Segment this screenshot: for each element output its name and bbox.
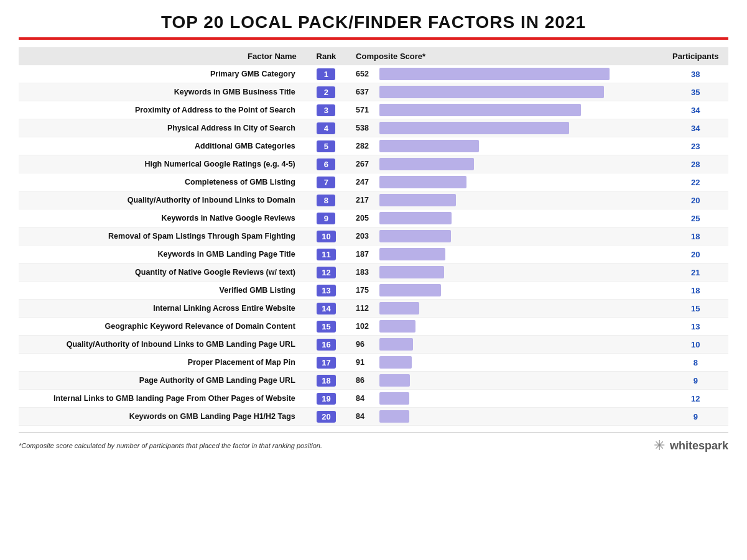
factors-table: Factor Name Rank Composite Score* Partic… xyxy=(19,47,728,426)
score-value: 571 xyxy=(356,106,376,114)
participants-cell: 15 xyxy=(663,300,728,318)
score-value: 183 xyxy=(356,268,376,277)
score-bar xyxy=(379,140,479,152)
rank-cell: 11 xyxy=(302,246,351,264)
score-value: 282 xyxy=(356,142,376,150)
score-value: 86 xyxy=(356,376,376,385)
rank-badge: 12 xyxy=(317,267,335,278)
rank-cell: 7 xyxy=(302,173,351,191)
rank-badge: 18 xyxy=(317,375,335,387)
factor-name: Quantity of Native Google Reviews (w/ te… xyxy=(19,264,302,282)
table-row: Page Authority of GMB Landing Page URL18… xyxy=(19,372,728,390)
score-cell: 247 xyxy=(351,173,662,191)
score-value: 205 xyxy=(356,214,376,223)
score-bar xyxy=(379,230,451,242)
rank-cell: 2 xyxy=(302,83,351,101)
participants-cell: 38 xyxy=(663,65,728,83)
score-cell: 86 xyxy=(351,372,662,390)
table-row: Quality/Authority of Inbound Links to Do… xyxy=(19,191,728,209)
factor-name: Physical Address in City of Search xyxy=(19,119,302,137)
participants-cell: 8 xyxy=(663,354,728,372)
logo-text: whitespark xyxy=(670,439,728,452)
rank-badge: 1 xyxy=(317,68,335,80)
bar-container: 571 xyxy=(356,104,657,116)
score-bar xyxy=(379,338,413,351)
factor-name: Verified GMB Listing xyxy=(19,282,302,300)
score-cell: 84 xyxy=(351,390,662,408)
score-bar xyxy=(379,410,409,423)
bar-container: 84 xyxy=(356,392,657,405)
table-row: Verified GMB Listing1317518 xyxy=(19,282,728,300)
bar-container: 96 xyxy=(356,338,657,351)
rank-badge: 4 xyxy=(317,122,335,134)
rank-cell: 15 xyxy=(302,318,351,336)
score-bar xyxy=(379,392,409,405)
bar-container: 187 xyxy=(356,248,657,260)
participants-cell: 13 xyxy=(663,318,728,336)
score-bar xyxy=(379,86,604,98)
page-container: TOP 20 LOCAL PACK/FINDER FACTORS IN 2021… xyxy=(0,0,747,460)
participants-cell: 28 xyxy=(663,155,728,173)
score-cell: 282 xyxy=(351,137,662,155)
table-row: Keywords in Native Google Reviews920525 xyxy=(19,209,728,227)
score-value: 112 xyxy=(356,304,376,313)
factor-name: Quality/Authority of Inbound Links to Do… xyxy=(19,191,302,209)
score-value: 102 xyxy=(356,322,376,331)
rank-badge: 7 xyxy=(317,177,335,188)
score-bar xyxy=(379,284,441,296)
score-cell: 183 xyxy=(351,264,662,282)
factor-name: Proximity of Address to the Point of Sea… xyxy=(19,101,302,119)
bar-container: 203 xyxy=(356,230,657,242)
rank-badge: 11 xyxy=(317,249,335,260)
table-row: High Numerical Google Ratings (e.g. 4-5)… xyxy=(19,155,728,173)
rank-badge: 8 xyxy=(317,195,335,206)
score-value: 84 xyxy=(356,412,376,421)
score-value: 187 xyxy=(356,250,376,259)
factor-name: Proper Placement of Map Pin xyxy=(19,354,302,372)
rank-cell: 8 xyxy=(302,191,351,209)
score-cell: 538 xyxy=(351,119,662,137)
table-header-row: Factor Name Rank Composite Score* Partic… xyxy=(19,47,728,65)
participants-cell: 9 xyxy=(663,372,728,390)
table-row: Internal Links to GMB landing Page From … xyxy=(19,390,728,408)
bar-container: 205 xyxy=(356,212,657,224)
factor-name: Internal Links to GMB landing Page From … xyxy=(19,390,302,408)
rank-cell: 17 xyxy=(302,354,351,372)
score-cell: 102 xyxy=(351,318,662,336)
table-wrapper: Factor Name Rank Composite Score* Partic… xyxy=(19,47,728,426)
table-row: Removal of Spam Listings Through Spam Fi… xyxy=(19,227,728,246)
score-cell: 96 xyxy=(351,336,662,354)
participants-cell: 35 xyxy=(663,83,728,101)
score-cell: 91 xyxy=(351,354,662,372)
rank-badge: 2 xyxy=(317,86,335,98)
rank-cell: 16 xyxy=(302,336,351,354)
factor-name: Completeness of GMB Listing xyxy=(19,173,302,191)
rank-badge: 6 xyxy=(317,158,335,170)
rank-badge: 17 xyxy=(317,357,335,369)
red-divider xyxy=(19,37,728,40)
score-bar xyxy=(379,212,452,224)
score-bar xyxy=(379,302,419,314)
table-row: Physical Address in City of Search453834 xyxy=(19,119,728,137)
rank-badge: 19 xyxy=(317,393,335,405)
score-value: 267 xyxy=(356,160,376,168)
header-rank: Rank xyxy=(302,47,351,65)
bar-container: 91 xyxy=(356,356,657,369)
participants-cell: 18 xyxy=(663,227,728,246)
rank-badge: 3 xyxy=(317,104,335,116)
score-bar xyxy=(379,104,581,116)
participants-cell: 20 xyxy=(663,246,728,264)
score-bar xyxy=(379,176,466,188)
participants-cell: 20 xyxy=(663,191,728,209)
score-bar xyxy=(379,122,569,134)
rank-cell: 5 xyxy=(302,137,351,155)
bar-container: 282 xyxy=(356,140,657,152)
bar-container: 84 xyxy=(356,410,657,423)
score-bar xyxy=(379,248,445,260)
factor-name: Geographic Keyword Relevance of Domain C… xyxy=(19,318,302,336)
factor-name: Primary GMB Category xyxy=(19,65,302,83)
bar-container: 112 xyxy=(356,302,657,314)
participants-cell: 10 xyxy=(663,336,728,354)
table-row: Keywords in GMB Business Title263735 xyxy=(19,83,728,101)
rank-cell: 14 xyxy=(302,300,351,318)
